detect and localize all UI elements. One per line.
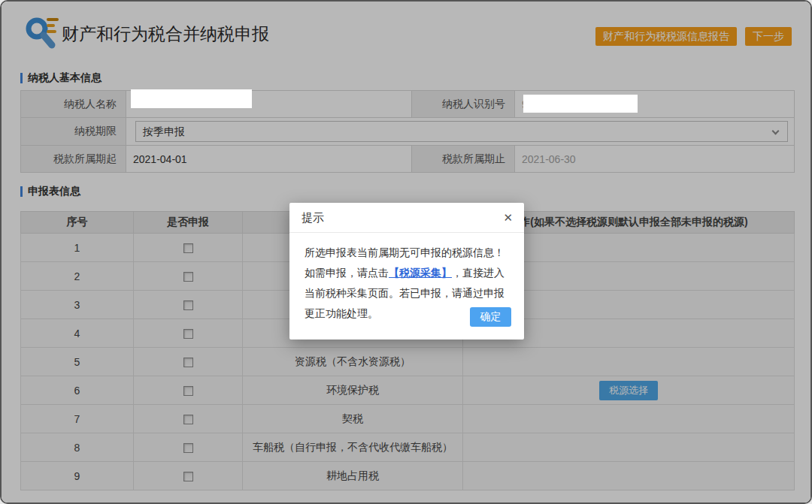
redaction-box-taxpayer-name [131, 89, 252, 108]
close-icon[interactable]: ✕ [503, 203, 513, 233]
prompt-dialog: 提示 ✕ 所选申报表当前属期无可申报的税源信息！如需申报，请点击【税源采集】，直… [289, 203, 524, 340]
modal-header: 提示 ✕ [289, 203, 524, 233]
modal-title: 提示 [301, 211, 324, 224]
redaction-box-taxpayer-id [523, 95, 638, 113]
app-window: 财产和行为税合并纳税申报 财产和行为税税源信息报告 下一步 纳税人基本信息 纳税… [0, 0, 812, 504]
tax-source-collection-link[interactable]: 【税源采集】 [389, 267, 452, 279]
confirm-button[interactable]: 确定 [470, 307, 511, 327]
